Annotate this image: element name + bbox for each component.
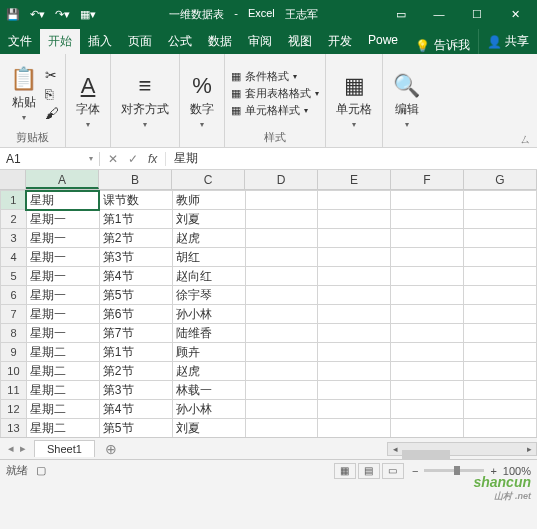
cell[interactable]: 星期一 — [26, 267, 99, 286]
zoom-level[interactable]: 100% — [503, 465, 531, 477]
cell[interactable] — [245, 191, 318, 210]
horizontal-scrollbar[interactable]: ◂ ▸ — [387, 442, 537, 456]
ribbon-options-icon[interactable]: ▭ — [385, 8, 417, 21]
cell[interactable]: 第2节 — [99, 229, 172, 248]
cell[interactable]: 赵虎 — [172, 362, 245, 381]
cell[interactable] — [245, 248, 318, 267]
column-header[interactable]: C — [172, 170, 245, 189]
row-header[interactable]: 1 — [1, 191, 27, 210]
cell[interactable] — [464, 343, 537, 362]
cell[interactable]: 第2节 — [99, 362, 172, 381]
cell[interactable]: 星期二 — [26, 419, 99, 438]
cell[interactable]: 星期一 — [26, 324, 99, 343]
cell[interactable] — [245, 305, 318, 324]
table-format-button[interactable]: ▦套用表格格式▾ — [231, 86, 319, 101]
cell[interactable] — [245, 343, 318, 362]
scroll-left-icon[interactable]: ◂ — [388, 444, 402, 454]
cell[interactable] — [464, 210, 537, 229]
save-icon[interactable]: 💾 — [6, 8, 20, 21]
cell[interactable]: 第5节 — [99, 286, 172, 305]
cell[interactable] — [318, 286, 391, 305]
cell[interactable]: 第3节 — [99, 248, 172, 267]
cell[interactable] — [318, 191, 391, 210]
paste-button[interactable]: 📋 粘贴 ▾ — [6, 64, 41, 124]
collapse-ribbon-icon[interactable]: ㄙ — [520, 132, 531, 147]
cancel-formula-icon[interactable]: ✕ — [108, 152, 118, 166]
cell[interactable] — [464, 400, 537, 419]
cell[interactable]: 星期一 — [26, 286, 99, 305]
tab-插入[interactable]: 插入 — [80, 29, 120, 54]
column-header[interactable]: E — [318, 170, 391, 189]
row-header[interactable]: 6 — [1, 286, 27, 305]
page-layout-icon[interactable]: ▤ — [358, 463, 380, 479]
row-header[interactable]: 4 — [1, 248, 27, 267]
cell[interactable] — [245, 362, 318, 381]
cells-button[interactable]: ▦ 单元格 ▾ — [332, 71, 376, 131]
cell[interactable] — [318, 362, 391, 381]
cell[interactable]: 星期一 — [26, 210, 99, 229]
cell[interactable]: 孙小林 — [172, 305, 245, 324]
select-all-corner[interactable] — [0, 170, 26, 189]
cell[interactable] — [245, 324, 318, 343]
cell[interactable]: 星期二 — [26, 362, 99, 381]
editing-button[interactable]: 🔍 编辑 ▾ — [389, 71, 424, 131]
cell[interactable]: 徐宇琴 — [172, 286, 245, 305]
name-box[interactable]: A1 ▾ — [0, 152, 100, 166]
row-header[interactable]: 11 — [1, 381, 27, 400]
tab-文件[interactable]: 文件 — [0, 29, 40, 54]
fx-icon[interactable]: fx — [148, 152, 157, 166]
cell[interactable]: 赵虎 — [172, 229, 245, 248]
tab-审阅[interactable]: 审阅 — [240, 29, 280, 54]
tab-公式[interactable]: 公式 — [160, 29, 200, 54]
cell[interactable] — [245, 381, 318, 400]
cell[interactable] — [318, 305, 391, 324]
cell[interactable] — [318, 267, 391, 286]
cell[interactable]: 第7节 — [99, 324, 172, 343]
tab-视图[interactable]: 视图 — [280, 29, 320, 54]
cell[interactable] — [318, 400, 391, 419]
cell[interactable]: 胡红 — [172, 248, 245, 267]
cell[interactable] — [391, 248, 464, 267]
cut-icon[interactable]: ✂ — [45, 67, 59, 83]
maximize-icon[interactable]: ☐ — [461, 8, 493, 21]
cell[interactable] — [245, 229, 318, 248]
row-header[interactable]: 10 — [1, 362, 27, 381]
touch-mode-icon[interactable]: ▦▾ — [80, 8, 96, 21]
cell[interactable]: 星期一 — [26, 229, 99, 248]
tab-数据[interactable]: 数据 — [200, 29, 240, 54]
row-header[interactable]: 5 — [1, 267, 27, 286]
zoom-out-icon[interactable]: − — [412, 465, 418, 477]
column-header[interactable]: A — [26, 170, 99, 189]
row-header[interactable]: 13 — [1, 419, 27, 438]
column-header[interactable]: B — [99, 170, 172, 189]
cell[interactable] — [464, 286, 537, 305]
cell[interactable]: 第4节 — [99, 267, 172, 286]
cell[interactable]: 刘夏 — [172, 210, 245, 229]
sheet-tab[interactable]: Sheet1 — [34, 440, 95, 457]
cell[interactable] — [318, 248, 391, 267]
cell[interactable] — [464, 324, 537, 343]
cell[interactable]: 星期一 — [26, 248, 99, 267]
cell[interactable] — [318, 210, 391, 229]
zoom-slider[interactable] — [424, 469, 484, 472]
row-header[interactable]: 9 — [1, 343, 27, 362]
cell[interactable]: 林载一 — [172, 381, 245, 400]
cell[interactable] — [391, 419, 464, 438]
column-header[interactable]: D — [245, 170, 318, 189]
cell[interactable] — [245, 286, 318, 305]
normal-view-icon[interactable]: ▦ — [334, 463, 356, 479]
cell[interactable] — [391, 362, 464, 381]
tell-me[interactable]: 💡 告诉我 — [407, 37, 478, 54]
row-header[interactable]: 12 — [1, 400, 27, 419]
cell[interactable] — [245, 419, 318, 438]
cell[interactable] — [391, 343, 464, 362]
cell[interactable] — [391, 229, 464, 248]
accept-formula-icon[interactable]: ✓ — [128, 152, 138, 166]
cell[interactable]: 孙小林 — [172, 400, 245, 419]
cell[interactable]: 第5节 — [99, 419, 172, 438]
tab-页面[interactable]: 页面 — [120, 29, 160, 54]
cell[interactable]: 第4节 — [99, 400, 172, 419]
cell[interactable]: 教师 — [172, 191, 245, 210]
cell[interactable] — [318, 229, 391, 248]
cell[interactable] — [245, 210, 318, 229]
